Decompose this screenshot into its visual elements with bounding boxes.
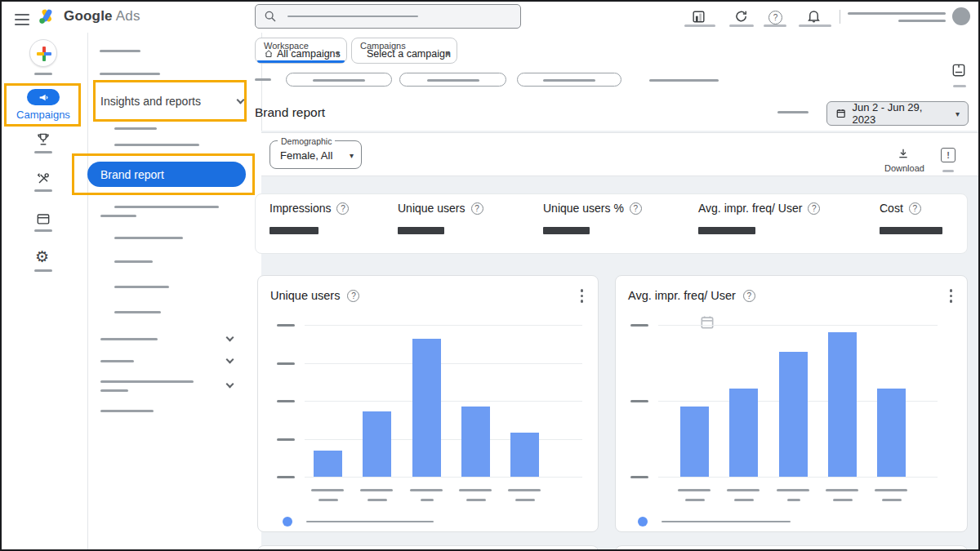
- x-axis-label-redacted: [734, 499, 754, 501]
- google-ads-app: GoogleAds ?: [0, 0, 980, 551]
- avatar[interactable]: [952, 7, 970, 25]
- save-icon[interactable]: [951, 62, 967, 78]
- help-icon[interactable]: ?: [808, 202, 820, 215]
- y-axis-tick-redacted: [277, 362, 295, 365]
- help-icon[interactable]: ?: [471, 202, 483, 215]
- redacted-text: [764, 24, 786, 27]
- metric-label: Unique users %: [543, 202, 624, 215]
- bar: [412, 339, 441, 477]
- chart-card-partial: [257, 545, 599, 551]
- filter-chip[interactable]: [517, 73, 621, 87]
- goals-trophy-icon[interactable]: [35, 131, 51, 148]
- search-input[interactable]: [255, 4, 521, 29]
- help-icon[interactable]: ?: [743, 290, 755, 302]
- bar: [680, 407, 709, 477]
- create-plus-icon[interactable]: [29, 39, 57, 67]
- redacted-text: [100, 410, 154, 412]
- refresh-icon[interactable]: [734, 9, 749, 24]
- x-axis-label-redacted: [318, 499, 338, 501]
- bar: [877, 389, 906, 477]
- gridline: [305, 325, 582, 326]
- campaign-select[interactable]: Campaigns Select a campaign ▾: [351, 38, 457, 64]
- admin-gear-icon[interactable]: ⚙: [35, 249, 49, 265]
- x-axis-label-redacted: [410, 489, 443, 491]
- campaign-select-value: Select a campaign: [367, 48, 451, 60]
- bar: [779, 352, 808, 477]
- divider: [87, 33, 88, 551]
- help-icon[interactable]: ?: [909, 202, 921, 215]
- x-axis-label-redacted: [875, 489, 907, 491]
- legend-dot: [283, 517, 292, 527]
- date-range-picker[interactable]: Jun 2 - Jun 29, 2023 ▾: [826, 101, 969, 126]
- chevron-down-icon[interactable]: [226, 356, 234, 364]
- gridline: [658, 477, 938, 478]
- redacted-text: [34, 73, 52, 75]
- metric-value-redacted: [543, 227, 590, 234]
- bar: [461, 407, 490, 477]
- redacted-text: [114, 311, 161, 313]
- google-ads-logo: GoogleAds: [37, 7, 140, 26]
- download-button[interactable]: Download: [884, 147, 921, 173]
- notifications-icon[interactable]: [806, 8, 822, 24]
- x-axis-label-redacted: [678, 489, 710, 491]
- y-axis-tick-redacted: [630, 324, 648, 327]
- filter-chip[interactable]: [399, 73, 506, 87]
- chevron-down-icon[interactable]: [226, 334, 234, 342]
- legend-label-redacted: [306, 521, 434, 523]
- redacted-text: [942, 170, 954, 172]
- chevron-down-icon[interactable]: [226, 380, 234, 389]
- y-axis-tick-redacted: [630, 400, 648, 402]
- demographic-select-label: Demographic: [278, 136, 335, 146]
- highlight-box-insights: [93, 80, 247, 122]
- feedback-icon[interactable]: !: [941, 148, 956, 162]
- redacted-text: [114, 260, 153, 263]
- menu-icon[interactable]: [15, 11, 29, 29]
- download-icon: [897, 147, 910, 160]
- demographic-select[interactable]: Demographic Female, All ▾: [270, 140, 362, 169]
- x-axis-label-redacted: [515, 499, 535, 501]
- bar: [510, 433, 539, 477]
- y-axis-tick-redacted: [630, 476, 648, 478]
- search-text-redacted: [287, 16, 418, 18]
- report-toolbar: [261, 132, 980, 176]
- x-axis-label-redacted: [368, 499, 387, 501]
- active-underline: [257, 60, 345, 63]
- metric-value-redacted: [398, 227, 444, 234]
- help-icon[interactable]: ?: [347, 290, 359, 302]
- y-axis-tick-redacted: [277, 324, 295, 327]
- highlight-box-brand-report: [72, 153, 255, 195]
- filter-chip[interactable]: [286, 73, 392, 87]
- redacted-text: [34, 229, 52, 232]
- help-icon[interactable]: ?: [768, 9, 782, 24]
- redacted-text: [100, 215, 136, 217]
- kebab-menu-icon[interactable]: [945, 287, 958, 304]
- redacted-text: [777, 111, 808, 113]
- tools-icon[interactable]: [35, 171, 51, 187]
- chart-legend: [638, 517, 791, 527]
- x-axis-label-redacted: [826, 489, 858, 491]
- gridline: [658, 325, 938, 326]
- redacted-text: [255, 78, 271, 81]
- bar-chart-plot: [305, 325, 582, 477]
- page-title: Brand report: [255, 105, 325, 120]
- kebab-menu-icon[interactable]: [576, 287, 589, 304]
- redacted-text: [684, 24, 715, 27]
- redacted-text: [114, 237, 183, 239]
- metric-unique-users: Unique users?: [398, 202, 483, 215]
- x-axis-label-redacted: [833, 499, 853, 501]
- calendar-icon: [835, 108, 846, 119]
- help-icon[interactable]: ?: [336, 202, 349, 215]
- redacted-text: [34, 189, 52, 192]
- x-axis-label-redacted: [508, 489, 541, 491]
- x-axis-label-redacted: [466, 499, 486, 501]
- reports-icon[interactable]: [691, 9, 706, 24]
- help-icon[interactable]: ?: [630, 202, 642, 215]
- chip-text-redacted: [543, 79, 595, 82]
- redacted-text: [100, 380, 194, 383]
- metric-label: Impressions: [270, 202, 331, 215]
- metric-label: Avg. impr. freq/ User: [698, 202, 802, 215]
- y-axis-tick-redacted: [277, 438, 295, 441]
- redacted-text: [100, 73, 160, 75]
- billing-card-icon[interactable]: [35, 211, 51, 227]
- workspace-select[interactable]: Workspace All campaigns ▾: [255, 38, 347, 64]
